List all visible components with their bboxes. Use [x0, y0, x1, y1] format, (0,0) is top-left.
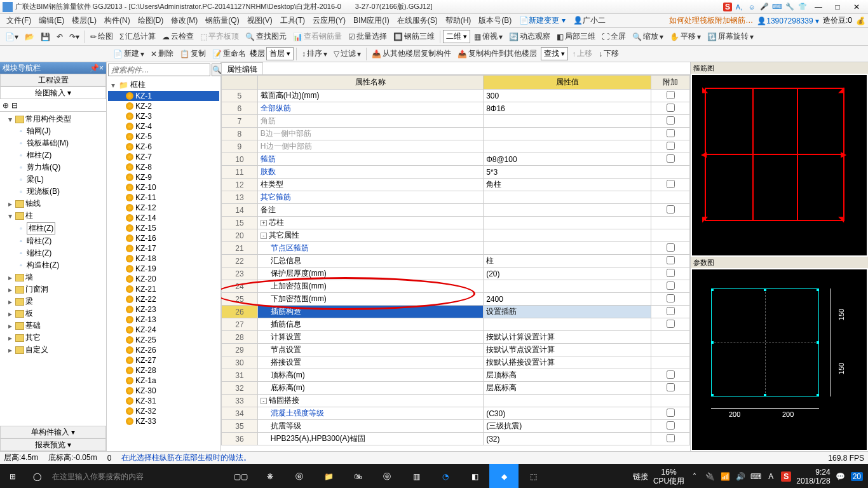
prop-value[interactable] — [484, 395, 651, 407]
nav-item[interactable]: ▫端柱(Z) — [1, 247, 105, 259]
extra-checkbox[interactable] — [667, 104, 675, 112]
tb-fullscreen[interactable]: ⛶全屏 — [599, 30, 628, 43]
menu-account[interactable]: 👤广小二 — [569, 14, 609, 27]
prop-name[interactable]: 其它箍筋 — [257, 191, 483, 204]
prop-value[interactable] — [484, 229, 651, 242]
prop-name[interactable]: 上加密范围(mm) — [257, 280, 483, 293]
menu-file[interactable]: 文件(F) — [3, 14, 35, 27]
tb2-copy-from[interactable]: 📥从其他楼层复制构件 — [369, 47, 454, 60]
comp-item[interactable]: KZ-12 — [108, 203, 219, 213]
menu-view[interactable]: 视图(V) — [243, 14, 276, 27]
tb-zoom[interactable]: 🔍缩放 ▾ — [630, 30, 666, 43]
prop-name[interactable]: 角筋 — [257, 115, 483, 128]
btn-project-settings[interactable]: 工程设置 — [0, 74, 106, 86]
table-row[interactable]: 8B边一侧中部筋 — [222, 128, 690, 140]
comp-item[interactable]: KZ-2 — [108, 101, 219, 111]
prop-value[interactable] — [484, 217, 651, 229]
extra-checkbox[interactable] — [667, 294, 675, 302]
table-row[interactable]: 7角筋 — [222, 115, 690, 128]
prop-value[interactable] — [484, 128, 651, 140]
prop-name[interactable]: 箍筋 — [257, 153, 483, 166]
nav-item[interactable]: ▸其它 — [1, 332, 105, 344]
nav-item[interactable]: ▾柱 — [1, 210, 105, 222]
tb-2d-combo[interactable]: 二维 ▾ — [443, 30, 470, 43]
tb2-copy[interactable]: 📋复制 — [177, 47, 208, 60]
prop-value[interactable]: (32) — [484, 433, 651, 445]
menu-rebar[interactable]: 钢筋量(Q) — [201, 14, 243, 27]
prop-name[interactable]: HPB235(A),HPB300(A)锚固 — [257, 433, 483, 445]
menu-cloud[interactable]: 云应用(Y) — [309, 14, 349, 27]
prop-value[interactable]: 柱 — [484, 255, 651, 268]
table-row[interactable]: 33-锚固搭接 — [222, 395, 690, 407]
comp-item[interactable]: KZ-10 — [108, 182, 219, 193]
close-button[interactable]: ✕ — [848, 1, 865, 13]
help-link[interactable]: 如何处理筏板附加钢筋… — [669, 15, 753, 26]
comp-item[interactable]: KZ-15 — [108, 223, 219, 233]
prop-value[interactable]: Φ8@100 — [484, 153, 651, 166]
table-row[interactable]: 20-其它属性 — [222, 229, 690, 242]
coin-icon[interactable]: 💰 — [856, 17, 865, 25]
extra-checkbox[interactable] — [667, 409, 675, 417]
extra-checkbox[interactable] — [667, 116, 675, 125]
table-row[interactable]: 28计算设置按默认计算设置计算 — [222, 331, 690, 344]
comp-item[interactable]: KZ-9 — [108, 172, 219, 182]
prop-name[interactable]: 插筋构造 — [257, 306, 483, 318]
tab-property-edit[interactable]: 属性编辑 — [221, 62, 263, 74]
menu-tools[interactable]: 工具(T) — [276, 14, 309, 27]
prop-name[interactable]: H边一侧中部筋 — [257, 140, 483, 153]
prop-name[interactable]: 底标高(m) — [257, 382, 483, 395]
comp-item[interactable]: KZ-28 — [108, 365, 219, 376]
tb-view-rebar[interactable]: 📊查看钢筋量 — [290, 30, 344, 43]
nav-tool-1[interactable]: ⊕ — [3, 101, 9, 110]
tb-pan[interactable]: ✋平移 ▾ — [667, 30, 703, 43]
prop-value[interactable]: (20) — [484, 268, 651, 280]
comp-item[interactable]: KZ-4 — [108, 121, 219, 132]
prop-value[interactable]: 层顶标高 — [484, 369, 651, 382]
expand-icon[interactable]: - — [261, 233, 267, 239]
prop-value[interactable] — [484, 280, 651, 293]
rebar-diagram[interactable]: ◣ ◢ ◤ ◥ ◀ ▶ — [692, 75, 867, 255]
tray-cpu[interactable]: 16%CPU使用 — [653, 468, 684, 486]
tray-key-icon[interactable]: ⌨ — [750, 471, 761, 482]
comp-item[interactable]: KZ-7 — [108, 152, 219, 162]
tray-net-icon[interactable]: 📶 — [720, 471, 730, 482]
tray-notif-icon[interactable]: 💬 — [836, 471, 846, 482]
extra-checkbox[interactable] — [667, 269, 675, 277]
prop-name[interactable]: -其它属性 — [257, 229, 483, 242]
comp-item[interactable]: KZ-26 — [108, 345, 219, 355]
table-row[interactable]: 11肢数5*3 — [222, 166, 690, 179]
tray-sogou-icon[interactable]: S — [781, 471, 791, 482]
comp-item[interactable]: KZ-23 — [108, 304, 219, 315]
nav-tool-2[interactable]: ⊟ — [11, 101, 18, 110]
comp-item[interactable]: KZ-19 — [108, 264, 219, 274]
comp-item[interactable]: KZ-11 — [108, 193, 219, 203]
comp-item[interactable]: KZ-30 — [108, 386, 219, 396]
prop-value[interactable] — [484, 318, 651, 331]
extra-checkbox[interactable] — [667, 154, 675, 163]
search-input[interactable] — [108, 64, 210, 76]
extra-checkbox[interactable] — [667, 129, 675, 137]
prop-name[interactable]: 节点设置 — [257, 344, 483, 356]
task-app5-icon[interactable]: ⬚ — [519, 464, 548, 488]
comp-item[interactable]: KZ-33 — [108, 416, 219, 426]
comp-item[interactable]: KZ-25 — [108, 335, 219, 345]
tray-link[interactable]: 链接 — [633, 471, 648, 482]
tb2-filter[interactable]: ▽过滤 ▾ — [331, 47, 363, 60]
tb-cloudcheck[interactable]: ☁云检查 — [159, 30, 196, 43]
nav-item[interactable]: ▫现浇板(B) — [1, 186, 105, 198]
property-grid[interactable]: 属性名称 属性值 附加 5截面高(H边)(mm)3006全部纵筋8Φ167角筋8… — [221, 75, 690, 451]
extra-checkbox[interactable] — [667, 243, 675, 252]
tb-local3d[interactable]: ◧局部三维 — [554, 30, 598, 43]
menu-bim[interactable]: BIM应用(I) — [349, 14, 393, 27]
nav-item[interactable]: ▸自定义 — [1, 344, 105, 356]
task-app2-icon[interactable]: ◔ — [431, 464, 460, 488]
prop-value[interactable]: 按默认计算设置计算 — [484, 331, 651, 344]
expand-icon[interactable]: ▾ — [6, 212, 14, 220]
menu-online[interactable]: 在线服务(S) — [393, 14, 442, 27]
tray-plug-icon[interactable]: 🔌 — [705, 471, 715, 482]
tb2-copy-to[interactable]: 📤复制构件到其他楼层 — [455, 47, 539, 60]
table-row[interactable]: 29节点设置按默认节点设置计算 — [222, 344, 690, 356]
nav-item[interactable]: ▸墙 — [1, 271, 105, 283]
tb2-moveup[interactable]: ↑上移 — [569, 47, 595, 60]
task-explorer-icon[interactable]: 📁 — [314, 464, 343, 488]
